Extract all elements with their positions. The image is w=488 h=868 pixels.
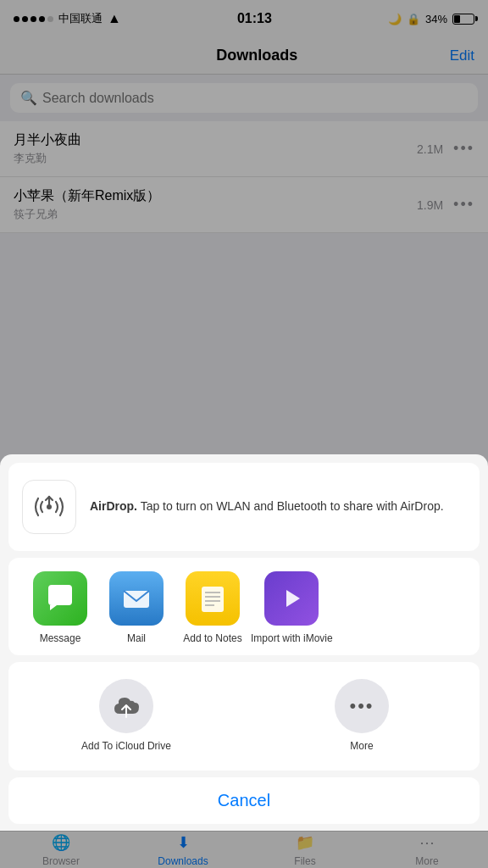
action-more[interactable]: ••• More [244,672,480,760]
share-app-notes[interactable]: Add to Notes [175,571,251,646]
airdrop-symbol-icon [30,488,68,526]
notes-icon [186,571,240,626]
airdrop-section[interactable]: AirDrop. Tap to turn on WLAN and Bluetoo… [8,463,480,551]
icloud-label: Add To iCloud Drive [81,740,171,754]
more-icon: ••• [335,679,389,733]
apps-scroll: Message Mail [8,571,480,646]
airdrop-description: AirDrop. Tap to turn on WLAN and Bluetoo… [90,498,444,515]
share-app-imovie[interactable]: Import with iMovie [251,571,333,646]
airdrop-rest-text: Tap to turn on WLAN and Bluetooth to sha… [137,499,444,513]
share-app-mail[interactable]: Mail [98,571,175,646]
share-sheet: AirDrop. Tap to turn on WLAN and Bluetoo… [0,454,488,831]
message-label: Message [40,632,81,646]
imovie-icon [264,571,319,626]
mail-label: Mail [127,632,146,646]
cancel-section: Cancel [8,777,480,824]
svg-marker-10 [286,590,300,607]
icloud-icon [99,679,153,733]
apps-section: Message Mail [8,558,480,656]
action-icloud[interactable]: Add To iCloud Drive [8,672,244,760]
share-app-message[interactable]: Message [22,571,98,646]
notes-label: Add to Notes [183,632,241,646]
cancel-button[interactable]: Cancel [8,777,480,824]
airdrop-icon [22,480,76,534]
more-label: More [350,740,373,754]
svg-rect-5 [202,587,224,612]
imovie-label: Import with iMovie [251,632,333,646]
airdrop-bold-text: AirDrop. [90,499,137,513]
mail-icon [109,571,164,626]
actions-section: Add To iCloud Drive ••• More [8,662,480,771]
message-icon [33,571,87,626]
